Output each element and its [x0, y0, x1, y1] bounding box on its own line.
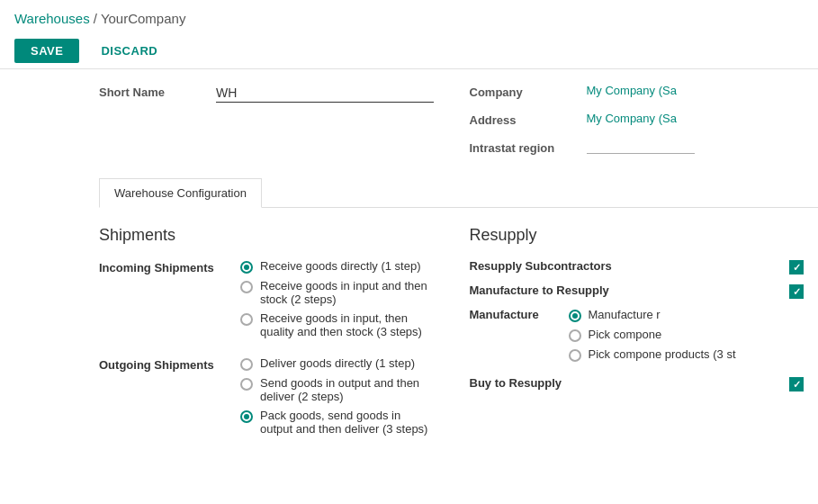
outgoing-radio-2[interactable] — [240, 410, 253, 423]
address-field: Address My Company (Sa — [470, 108, 805, 127]
tabs-bar: Warehouse Configuration — [99, 178, 818, 208]
manufacture-options: Manufacture r Pick compone Pick compone … — [569, 308, 805, 367]
outgoing-option-1[interactable]: Send goods in output and then deliver (2… — [240, 376, 434, 403]
incoming-options: Receive goods directly (1 step) Receive … — [240, 259, 434, 344]
manufacture-option-label-0: Manufacture r — [589, 308, 661, 321]
incoming-option-1[interactable]: Receive goods in input and then stock (2… — [240, 279, 434, 306]
incoming-radio-2[interactable] — [240, 313, 253, 326]
resupply-subcontractors-checkbox[interactable] — [789, 260, 804, 274]
buy-to-resupply-label: Buy to Resupply — [470, 376, 781, 390]
incoming-option-label-0: Receive goods directly (1 step) — [260, 259, 420, 273]
company-field: Company My Company (Sa — [470, 80, 805, 99]
shipments-title: Shipments — [99, 226, 434, 245]
breadcrumb-parent-link[interactable]: Warehouses — [14, 11, 90, 26]
incoming-option-label-1: Receive goods in input and then stock (2… — [260, 279, 434, 306]
config-panel: Shipments Incoming Shipments Receive goo… — [0, 208, 818, 472]
manufacture-option-0[interactable]: Manufacture r — [569, 308, 805, 322]
outgoing-option-label-2: Pack goods, send goods in output and the… — [260, 409, 434, 436]
outgoing-radio-0[interactable] — [240, 358, 253, 371]
breadcrumb-separator: / — [90, 11, 101, 26]
form-left: Short Name — [99, 80, 434, 164]
resupply-subcontractors-row: Resupply Subcontractors — [470, 259, 805, 274]
buy-to-resupply-checkbox[interactable] — [789, 377, 804, 392]
short-name-value — [216, 80, 434, 103]
outgoing-option-label-0: Deliver goods directly (1 step) — [260, 356, 415, 370]
company-label: Company — [470, 80, 587, 99]
manufacture-option-2[interactable]: Pick compone products (3 st — [569, 347, 805, 362]
incoming-option-0[interactable]: Receive goods directly (1 step) — [240, 259, 434, 274]
manufacture-label: Manufacture — [470, 308, 560, 321]
breadcrumb: Warehouses / YourCompany — [0, 0, 818, 33]
manufacture-to-resupply-checkbox[interactable] — [789, 284, 804, 299]
company-link[interactable]: My Company (Sa — [587, 84, 677, 97]
short-name-field: Short Name — [99, 80, 434, 103]
company-value: My Company (Sa — [587, 80, 805, 97]
tab-label: Warehouse Configuration — [114, 186, 247, 200]
save-button[interactable]: SAVE — [14, 39, 79, 63]
incoming-option-2[interactable]: Receive goods in input, then quality and… — [240, 311, 434, 338]
outgoing-radio-1[interactable] — [240, 378, 253, 391]
intrastat-value — [587, 136, 805, 154]
outgoing-shipments: Outgoing Shipments Deliver goods directl… — [99, 356, 434, 441]
incoming-radio-1[interactable] — [240, 281, 253, 293]
address-label: Address — [470, 108, 587, 127]
outgoing-option-0[interactable]: Deliver goods directly (1 step) — [240, 356, 434, 371]
short-name-label: Short Name — [99, 80, 216, 99]
manufacture-option-label-2: Pick compone products (3 st — [589, 347, 736, 361]
manufacture-radio-1[interactable] — [569, 329, 581, 342]
discard-button[interactable]: DISCARD — [90, 39, 168, 63]
resupply-title: Resupply — [470, 226, 805, 245]
resupply-subcontractors-label: Resupply Subcontractors — [470, 259, 781, 273]
outgoing-label: Outgoing Shipments — [99, 356, 229, 441]
form-section: Short Name Company My Company (Sa Addres… — [0, 69, 818, 164]
outgoing-options: Deliver goods directly (1 step) Send goo… — [240, 356, 434, 441]
outgoing-option-label-1: Send goods in output and then deliver (2… — [260, 376, 434, 403]
address-value: My Company (Sa — [587, 108, 805, 125]
incoming-label: Incoming Shipments — [99, 259, 229, 344]
manufacture-option-1[interactable]: Pick compone — [569, 328, 805, 342]
toolbar: SAVE DISCARD — [0, 33, 818, 69]
outgoing-option-2[interactable]: Pack goods, send goods in output and the… — [240, 409, 434, 436]
intrastat-label: Intrastat region — [470, 136, 587, 155]
breadcrumb-current: YourCompany — [101, 11, 186, 26]
incoming-shipments: Incoming Shipments Receive goods directl… — [99, 259, 434, 344]
address-link[interactable]: My Company (Sa — [587, 112, 677, 125]
manufacture-to-resupply-row: Manufacture to Resupply — [470, 284, 805, 299]
intrastat-field: Intrastat region — [470, 136, 805, 155]
manufacture-option-label-1: Pick compone — [589, 328, 662, 341]
tab-warehouse-configuration[interactable]: Warehouse Configuration — [99, 178, 262, 208]
short-name-input[interactable] — [216, 84, 434, 103]
incoming-option-label-2: Receive goods in input, then quality and… — [260, 311, 434, 338]
manufacture-to-resupply-label: Manufacture to Resupply — [470, 284, 781, 297]
form-right: Company My Company (Sa Address My Compan… — [470, 80, 805, 164]
shipments-section: Shipments Incoming Shipments Receive goo… — [99, 226, 434, 454]
manufacture-radio-2[interactable] — [569, 349, 581, 362]
buy-to-resupply-row: Buy to Resupply — [470, 376, 805, 392]
resupply-section: Resupply Resupply Subcontractors Manufac… — [470, 226, 805, 454]
manufacture-radio-0[interactable] — [569, 310, 581, 322]
manufacture-row: Manufacture Manufacture r Pick compone P… — [470, 308, 805, 367]
incoming-radio-0[interactable] — [240, 261, 253, 274]
